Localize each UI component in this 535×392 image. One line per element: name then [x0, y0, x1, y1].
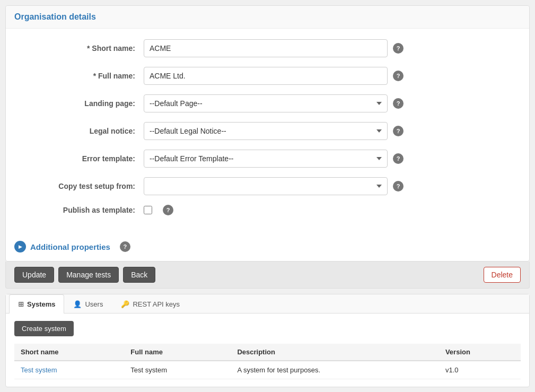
landing-page-label: Landing page: [22, 99, 144, 108]
col-short-name: Short name [14, 344, 124, 361]
back-button[interactable]: Back [123, 267, 155, 283]
table-row: Test system Test system A system for tes… [14, 361, 521, 379]
delete-button[interactable]: Delete [484, 267, 521, 283]
col-version: Version [439, 344, 521, 361]
manage-tests-button[interactable]: Manage tests [58, 267, 119, 283]
error-template-control: --Default Error Template-- ? [144, 150, 513, 168]
tabs-nav: ⊞ Systems 👤 Users 🔑 REST API keys [6, 294, 529, 313]
table-body: Test system Test system A system for tes… [14, 361, 521, 379]
full-name-row: * Full name: ? [22, 67, 513, 85]
table-header-row: Short name Full name Description Version [14, 344, 521, 361]
cell-full-name: Test system [124, 361, 231, 379]
legal-notice-select[interactable]: --Default Legal Notice-- [144, 122, 388, 140]
form-body: * Short name: ? * Full name: ? Landing p… [6, 29, 529, 236]
error-template-row: Error template: --Default Error Template… [22, 150, 513, 168]
publish-template-label: Publish as template: [22, 206, 144, 214]
short-name-control: ? [144, 39, 513, 57]
legal-notice-row: Legal notice: --Default Legal Notice-- ? [22, 122, 513, 140]
page-title: Organisation details [14, 12, 521, 22]
copy-test-setup-control: ? [144, 177, 513, 195]
publish-template-control: ? [144, 205, 173, 215]
rest-api-keys-tab-icon: 🔑 [121, 300, 129, 308]
legal-notice-help-icon[interactable]: ? [393, 126, 404, 136]
short-name-help-icon[interactable]: ? [393, 43, 404, 54]
users-tab-icon: 👤 [73, 300, 82, 308]
tabs-section: ⊞ Systems 👤 Users 🔑 REST API keys Create… [5, 294, 530, 387]
cell-version: v1.0 [439, 361, 521, 379]
publish-template-checkbox[interactable] [144, 206, 152, 214]
landing-page-control: --Default Page-- ? [144, 94, 513, 112]
copy-test-setup-select[interactable] [144, 177, 388, 195]
publish-template-help-icon[interactable]: ? [163, 205, 173, 215]
landing-page-row: Landing page: --Default Page-- ? [22, 94, 513, 112]
landing-page-help-icon[interactable]: ? [393, 98, 404, 109]
copy-test-setup-label: Copy test setup from: [22, 182, 144, 190]
tab-body-systems: Create system Short name Full name Descr… [6, 313, 529, 387]
systems-tab-icon: ⊞ [18, 300, 24, 308]
error-template-label: Error template: [22, 154, 144, 163]
table-head: Short name Full name Description Version [14, 344, 521, 361]
tab-users-label: Users [85, 300, 103, 308]
system-short-name-link[interactable]: Test system [21, 366, 57, 374]
legal-notice-control: --Default Legal Notice-- ? [144, 122, 513, 140]
publish-template-row: Publish as template: ? [22, 205, 513, 215]
full-name-input[interactable] [144, 67, 388, 85]
error-template-help-icon[interactable]: ? [393, 153, 404, 164]
additional-properties-section: Additional properties ? [6, 236, 529, 261]
action-bar-left: Update Manage tests Back [14, 267, 155, 283]
col-description: Description [231, 344, 438, 361]
landing-page-select[interactable]: --Default Page-- [144, 94, 388, 112]
additional-properties-toggle[interactable] [14, 241, 26, 252]
cell-description: A system for test purposes. [231, 361, 438, 379]
full-name-control: ? [144, 67, 513, 85]
full-name-label: * Full name: [22, 72, 144, 80]
copy-test-setup-help-icon[interactable]: ? [393, 181, 404, 191]
card-header: Organisation details [6, 6, 529, 29]
update-button[interactable]: Update [14, 267, 54, 283]
create-system-button[interactable]: Create system [14, 321, 74, 336]
short-name-label: * Short name: [22, 44, 144, 53]
tab-rest-api-keys[interactable]: 🔑 REST API keys [112, 294, 189, 313]
tab-rest-api-keys-label: REST API keys [133, 300, 180, 308]
additional-properties-help-icon[interactable]: ? [120, 241, 130, 252]
tab-users[interactable]: 👤 Users [64, 294, 112, 313]
additional-properties-label: Additional properties [30, 242, 110, 251]
col-full-name: Full name [124, 344, 231, 361]
error-template-select[interactable]: --Default Error Template-- [144, 150, 388, 168]
legal-notice-label: Legal notice: [22, 127, 144, 135]
systems-table: Short name Full name Description Version… [14, 344, 521, 379]
page-wrapper: Organisation details * Short name: ? * F… [0, 0, 535, 392]
tab-systems[interactable]: ⊞ Systems [9, 294, 64, 313]
organisation-card: Organisation details * Short name: ? * F… [5, 5, 530, 262]
action-bar: Update Manage tests Back Delete [5, 262, 530, 289]
copy-test-setup-row: Copy test setup from: ? [22, 177, 513, 195]
full-name-help-icon[interactable]: ? [393, 71, 404, 81]
cell-short-name: Test system [14, 361, 124, 379]
tab-systems-label: Systems [27, 300, 55, 308]
short-name-row: * Short name: ? [22, 39, 513, 57]
short-name-input[interactable] [144, 39, 388, 57]
